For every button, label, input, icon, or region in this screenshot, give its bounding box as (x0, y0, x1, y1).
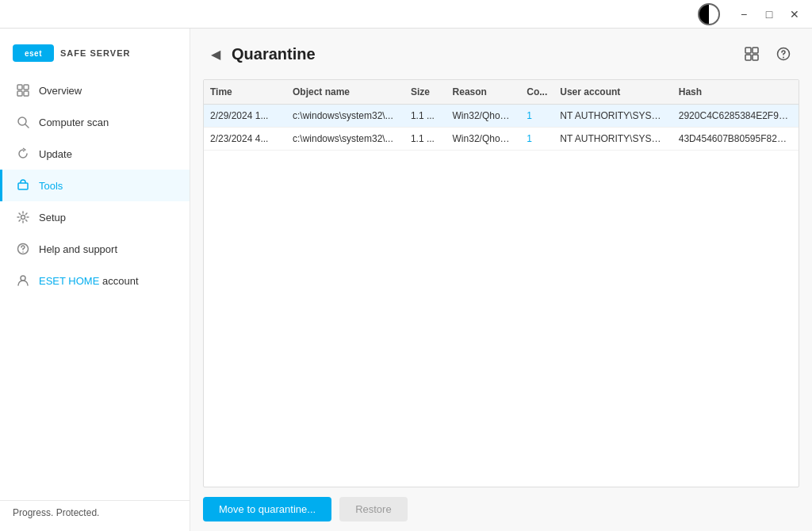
sidebar-label-setup: Setup (39, 212, 66, 223)
sidebar: eset SAFE SERVER Overview Comp (0, 29, 190, 531)
page-header-right (739, 41, 796, 67)
table-cell-4: 1 (520, 128, 553, 151)
help-button[interactable] (771, 41, 796, 67)
table-cell-1: c:\windows\system32\... (286, 128, 404, 151)
svg-rect-3 (24, 91, 29, 96)
table-row[interactable]: 2/23/2024 4...c:\windows\system32\...1.1… (204, 128, 799, 151)
status-text: Progress. Protected. (13, 507, 99, 518)
svg-point-16 (783, 57, 784, 59)
table-cell-0: 2/29/2024 1... (204, 105, 286, 128)
sidebar-item-eset-home[interactable]: ESET HOME account (0, 265, 190, 296)
titlebar: − □ ✕ (0, 0, 812, 29)
svg-rect-0 (17, 85, 22, 90)
back-button[interactable]: ◀ (206, 44, 225, 63)
sidebar-item-tools[interactable]: Tools (0, 170, 190, 201)
quarantine-table-container: Time Object name Size Reason Co... User … (203, 79, 799, 487)
table-cell-5: NT AUTHORITY\SYSTEM (553, 105, 672, 128)
col-header-object-name[interactable]: Object name (286, 80, 404, 105)
sidebar-item-setup[interactable]: Setup (0, 201, 190, 233)
svg-rect-11 (745, 48, 751, 53)
table-cell-6: 43D454607B80595F82E8786... (672, 128, 799, 151)
svg-rect-1 (24, 85, 29, 90)
svg-rect-2 (17, 91, 22, 96)
table-cell-0: 2/23/2024 4... (204, 128, 286, 151)
minimize-button[interactable]: − (733, 3, 755, 25)
table-cell-2: 1.1 ... (404, 105, 446, 128)
tools-icon (15, 178, 31, 193)
svg-rect-6 (18, 183, 28, 189)
col-header-co[interactable]: Co... (520, 80, 553, 105)
col-header-size[interactable]: Size (404, 80, 446, 105)
sidebar-item-overview[interactable]: Overview (0, 74, 190, 106)
view-options-button[interactable] (739, 41, 764, 67)
sidebar-label-eset-home: ESET HOME account (39, 275, 139, 287)
table-header-row: Time Object name Size Reason Co... User … (204, 80, 799, 105)
sidebar-item-computer-scan[interactable]: Computer scan (0, 106, 190, 138)
col-header-hash[interactable]: Hash (672, 80, 799, 105)
col-header-reason[interactable]: Reason (446, 80, 521, 105)
setup-icon (15, 209, 31, 225)
svg-rect-14 (753, 55, 758, 60)
close-button[interactable]: ✕ (783, 3, 806, 25)
table-cell-1: c:\windows\system32\... (286, 105, 404, 128)
sidebar-label-overview: Overview (39, 85, 82, 97)
app-title: SAFE SERVER (60, 48, 130, 58)
svg-point-9 (22, 251, 24, 253)
table-cell-6: 2920C4C6285384E2F91816A... (672, 105, 799, 128)
svg-rect-13 (745, 55, 751, 60)
svg-line-5 (25, 124, 29, 128)
bottom-bar: Move to quarantine... Restore (190, 487, 812, 531)
move-to-quarantine-button[interactable]: Move to quarantine... (203, 497, 331, 521)
page-header: ◀ Quarantine (190, 29, 812, 79)
maximize-button[interactable]: □ (758, 3, 780, 25)
quarantine-table: Time Object name Size Reason Co... User … (204, 80, 799, 151)
app-container: eset SAFE SERVER Overview Comp (0, 29, 812, 531)
account-icon (15, 273, 31, 288)
table-row[interactable]: 2/29/2024 1...c:\windows\system32\...1.1… (204, 105, 799, 128)
sidebar-item-help-support[interactable]: Help and support (0, 233, 190, 265)
sidebar-item-update[interactable]: Update (0, 138, 190, 170)
main-content: ◀ Quarantine (190, 29, 812, 531)
restore-button[interactable]: Restore (339, 497, 408, 521)
page-title: Quarantine (232, 45, 316, 63)
window-controls: − □ ✕ (733, 3, 806, 25)
grid-icon (15, 82, 31, 98)
logo-area: eset SAFE SERVER (0, 35, 190, 74)
col-header-time[interactable]: Time (204, 80, 286, 105)
sidebar-label-computer-scan: Computer scan (39, 117, 109, 128)
table-cell-4: 1 (520, 105, 553, 128)
help-icon (15, 241, 31, 257)
table-cell-2: 1.1 ... (404, 128, 446, 151)
page-header-left: ◀ Quarantine (206, 44, 316, 63)
col-header-user-account[interactable]: User account (553, 80, 672, 105)
svg-point-7 (21, 216, 25, 220)
svg-rect-12 (753, 48, 758, 53)
status-bar: Progress. Protected. (0, 500, 190, 525)
scan-icon (15, 114, 31, 130)
theme-toggle-button[interactable] (698, 3, 720, 25)
sidebar-label-update: Update (39, 148, 72, 160)
table-cell-3: Win32/Qhost... (446, 105, 521, 128)
sidebar-label-help-support: Help and support (39, 243, 117, 255)
table-cell-3: Win32/Qhost... (446, 128, 521, 151)
update-icon (15, 146, 31, 162)
svg-point-10 (21, 276, 25, 281)
sidebar-label-tools: Tools (39, 180, 63, 192)
eset-logo: eset (13, 44, 54, 62)
table-cell-5: NT AUTHORITY\SYSTEM (553, 128, 672, 151)
